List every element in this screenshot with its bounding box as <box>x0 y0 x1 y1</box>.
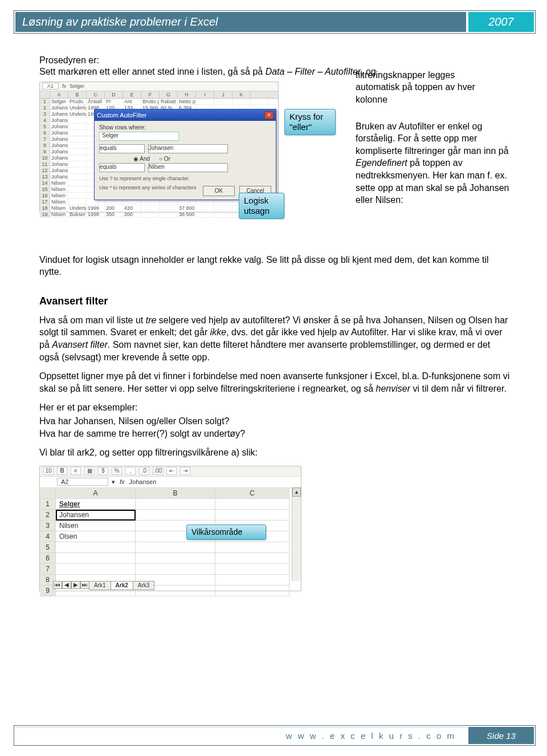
cell[interactable] <box>68 143 87 148</box>
sheet-nav-prev-icon[interactable]: ◀ <box>62 581 71 589</box>
fx-icon[interactable]: fx <box>120 478 125 485</box>
column-header[interactable]: D <box>105 91 123 98</box>
cell[interactable] <box>136 553 215 564</box>
row-number[interactable]: 7 <box>40 136 50 142</box>
cell[interactable]: Johanse <box>50 136 68 142</box>
row-number[interactable]: 1 <box>40 499 56 510</box>
cell[interactable] <box>68 180 87 186</box>
cell[interactable] <box>136 510 215 521</box>
decrease-decimal-icon[interactable]: .00 <box>153 467 163 475</box>
cell[interactable]: Johanse <box>50 130 68 136</box>
row-number[interactable]: 19 <box>40 212 50 217</box>
cell[interactable]: 200 <box>105 205 123 211</box>
cell[interactable] <box>160 205 178 211</box>
cell[interactable] <box>68 186 87 192</box>
column-header[interactable] <box>40 488 56 499</box>
cell[interactable] <box>215 586 289 596</box>
row-number[interactable]: 7 <box>40 564 56 575</box>
formula-value[interactable]: Selger <box>70 83 84 89</box>
cell[interactable] <box>56 553 136 564</box>
cell[interactable] <box>214 99 232 104</box>
column-header[interactable]: B <box>68 91 87 98</box>
cell[interactable] <box>214 205 232 211</box>
sheet-nav-next-icon[interactable]: ▶ <box>71 581 80 589</box>
cell[interactable]: Produ <box>68 99 87 104</box>
down-arrow-icon[interactable]: ▾ <box>112 478 115 486</box>
column-header[interactable]: C <box>215 488 289 499</box>
sheet-tab-ark3[interactable]: Ark3 <box>133 581 155 590</box>
cell[interactable]: 420 <box>123 205 141 211</box>
cell[interactable]: Johanse <box>50 143 68 148</box>
cell[interactable] <box>136 499 215 510</box>
row-number[interactable]: 6 <box>40 553 56 564</box>
cell[interactable] <box>232 99 251 104</box>
cell[interactable]: Johansen <box>50 111 68 117</box>
cell[interactable] <box>68 168 87 173</box>
cell[interactable]: Johanse <box>50 149 68 155</box>
currency-icon[interactable]: $ <box>98 467 108 475</box>
cell[interactable]: 1998 <box>87 212 105 217</box>
cell[interactable]: Nilsen <box>50 193 68 198</box>
close-icon[interactable]: × <box>264 111 274 119</box>
cell[interactable]: Johanse <box>50 117 68 123</box>
cell[interactable]: Olsen <box>56 531 136 542</box>
cell[interactable]: Bukser <box>68 212 87 217</box>
cell[interactable]: Undertøy <box>68 205 87 211</box>
row-number[interactable]: 8 <box>40 143 50 148</box>
name-box[interactable]: A1 <box>42 83 59 90</box>
cell[interactable]: Johanse <box>50 155 68 161</box>
cell[interactable] <box>215 575 289 586</box>
cell[interactable]: Johanse <box>50 174 68 180</box>
font-size-box[interactable]: 10 <box>43 467 54 475</box>
cell[interactable] <box>215 510 289 521</box>
cell[interactable]: 200 <box>123 212 141 217</box>
column-header[interactable]: C <box>87 91 105 98</box>
row-number[interactable]: 10 <box>40 155 50 161</box>
operator-2-select[interactable]: equals <box>99 163 145 172</box>
row-number[interactable]: 16 <box>40 193 50 198</box>
percent-icon[interactable]: % <box>112 467 122 475</box>
cell[interactable]: Nilsen <box>50 180 68 186</box>
value-1-select[interactable]: Johansen <box>148 144 228 153</box>
cell[interactable] <box>56 542 136 553</box>
row-number[interactable]: 14 <box>40 180 50 186</box>
column-header[interactable]: G <box>160 91 178 98</box>
cell[interactable]: Johanse <box>50 161 68 167</box>
column-header[interactable] <box>40 91 50 98</box>
cell[interactable]: Netto p <box>178 99 196 104</box>
cell[interactable]: Nilsen <box>50 199 68 205</box>
cell[interactable]: Selger <box>56 499 136 510</box>
cell[interactable] <box>141 212 160 217</box>
column-header[interactable]: F <box>141 91 160 98</box>
cell[interactable] <box>68 124 87 129</box>
cell[interactable] <box>68 193 87 198</box>
column-header[interactable]: E <box>123 91 141 98</box>
cell[interactable]: 38 500 <box>178 212 196 217</box>
operator-1-select[interactable]: equals <box>99 144 145 153</box>
radio-and[interactable]: ◉ And <box>133 156 150 162</box>
cell[interactable] <box>215 542 289 553</box>
cell[interactable]: Undertøy <box>68 111 87 117</box>
cell[interactable] <box>215 499 289 510</box>
column-header[interactable]: H <box>178 91 196 98</box>
row-number[interactable]: 3 <box>40 111 50 117</box>
cell[interactable]: Pr <box>105 99 123 104</box>
cell[interactable]: Johansen <box>50 105 68 111</box>
name-box-2[interactable]: A2 <box>57 478 108 486</box>
cell[interactable] <box>68 155 87 161</box>
cell[interactable] <box>160 212 178 217</box>
sheet-nav-first-icon[interactable]: ⏮ <box>53 581 62 589</box>
cell[interactable]: Selger <box>50 99 68 104</box>
cell[interactable] <box>68 130 87 136</box>
row-number[interactable]: 3 <box>40 521 56 531</box>
cell[interactable]: 350 <box>105 212 123 217</box>
outdent-icon[interactable]: ⇥ <box>180 467 190 475</box>
bold-icon[interactable]: B <box>57 467 67 475</box>
cell[interactable]: Ant <box>123 99 141 104</box>
cell[interactable]: Nilsen <box>50 205 68 211</box>
column-header[interactable]: K <box>232 91 251 98</box>
cell[interactable] <box>251 99 269 104</box>
sheet-tab-ark1[interactable]: Ark1 <box>89 581 111 590</box>
column-header[interactable]: J <box>214 91 232 98</box>
cell[interactable] <box>215 553 289 564</box>
